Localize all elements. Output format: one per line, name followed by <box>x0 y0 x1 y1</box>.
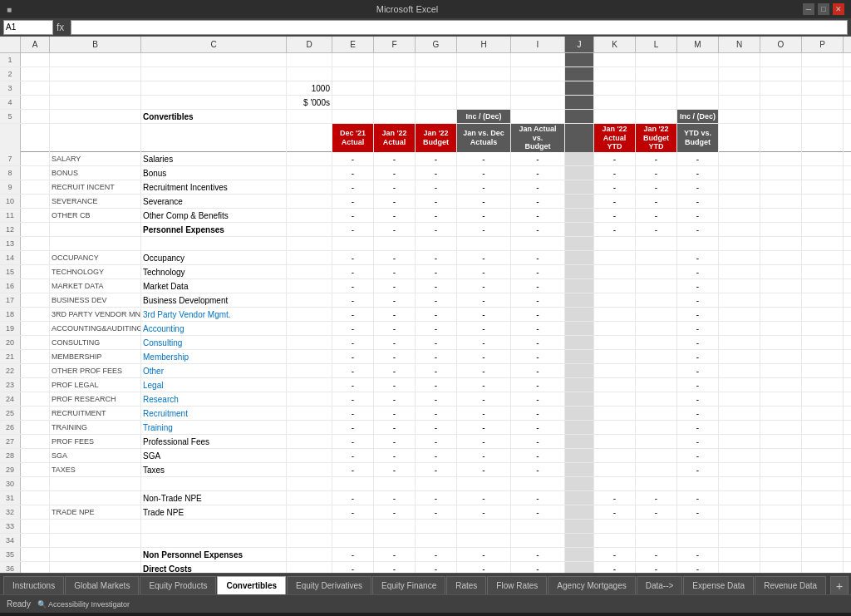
col-ytd-vs-budget: YTD vs. Budget <box>677 124 719 152</box>
col-header-D[interactable]: D <box>287 37 332 52</box>
tab-equity-products[interactable]: Equity Products <box>140 576 216 594</box>
col-jan22-budget-ytd: Jan '22 Budget YTD <box>636 124 677 152</box>
col-jan22-actual-ytd: Jan '22 Actual YTD <box>594 124 636 152</box>
cell-K1[interactable] <box>594 53 636 67</box>
col-jan22-actual: Jan '22 Actual <box>374 124 416 152</box>
minimize-button[interactable]: ─ <box>803 3 814 15</box>
cell-M1[interactable] <box>677 53 719 67</box>
trade-npe-label: Trade NPE <box>141 505 287 519</box>
cell-I1[interactable] <box>511 53 565 67</box>
table-row: 27 PROF FEES Professional Fees - - - - -… <box>0 435 851 449</box>
col-header-N[interactable]: N <box>719 37 760 52</box>
cell-N1[interactable] <box>719 53 760 67</box>
tab-equity-finance[interactable]: Equity Finance <box>372 576 445 594</box>
table-row: 7 SALARY Salaries - - - - - - - - <box>0 152 851 166</box>
col-header-P[interactable]: P <box>802 37 844 52</box>
tab-data[interactable]: Data--> <box>637 576 683 594</box>
table-row: 22 OTHER PROF FEES Other - - - - - - <box>0 364 851 378</box>
formula-bar-area: fx <box>0 18 851 37</box>
status-bar: Ready 🔍 Accessibility Investigator <box>0 594 851 613</box>
cell-D1[interactable] <box>287 53 332 67</box>
formula-bar[interactable] <box>71 20 848 35</box>
table-row: 36 Direct Costs - - - - - - - - <box>0 562 851 573</box>
cell-G1[interactable] <box>416 53 457 67</box>
tab-convertibles[interactable]: Convertibles <box>217 576 286 594</box>
table-row: 8 BONUS Bonus - - - - - - - - <box>0 166 851 180</box>
cell-H1[interactable] <box>457 53 511 67</box>
cell-P1[interactable] <box>802 53 844 67</box>
col-header-B[interactable]: B <box>50 37 141 52</box>
table-row: 21 MEMBERSHIP Membership - - - - - - <box>0 350 851 364</box>
table-row: 33 <box>0 520 851 534</box>
cell-F1[interactable] <box>374 53 416 67</box>
col-header-Q[interactable]: Q <box>844 37 851 52</box>
title-bar: ■ Microsoft Excel ─ □ ✕ <box>0 0 851 18</box>
cell-A1[interactable] <box>21 53 50 67</box>
title-bar-controls: ─ □ ✕ <box>803 3 844 15</box>
col-header-C[interactable]: C <box>141 37 287 52</box>
tab-expense-data[interactable]: Expense Data <box>683 576 754 594</box>
non-trade-npe-label: Non-Trade NPE <box>141 491 287 505</box>
close-button[interactable]: ✕ <box>833 3 844 15</box>
table-row: 12 Personnel Expenses - - - - - - - - <box>0 223 851 237</box>
ytd-inc-dec-header: Inc / (Dec) <box>677 110 719 123</box>
code-salary: SALARY <box>50 152 141 165</box>
tab-revenue-data[interactable]: Revenue Data <box>755 576 826 594</box>
formula-icon: fx <box>57 22 64 33</box>
table-row: 31 Non-Trade NPE - - - - - - - - <box>0 491 851 505</box>
col-header-K[interactable]: K <box>594 37 636 52</box>
status-ready: Ready <box>7 599 31 609</box>
table-row: 26 TRAINING Training - - - - - - <box>0 421 851 435</box>
col-header-I[interactable]: I <box>511 37 565 52</box>
cell-E1[interactable] <box>332 53 374 67</box>
cell-B1[interactable] <box>50 53 141 67</box>
cell-units[interactable]: 1000 <box>287 81 332 95</box>
header-row-category: 5 Convertibles Inc / (Dec) Inc / (Dec) <box>0 110 851 124</box>
table-row: 1 <box>0 53 851 67</box>
tab-agency-mortgages[interactable]: Agency Mortgages <box>548 576 635 594</box>
tab-global-markets[interactable]: Global Markets <box>65 576 139 594</box>
table-row: 10 SEVERANCE Severance - - - - - - - - <box>0 195 851 209</box>
cell-O1[interactable] <box>760 53 802 67</box>
non-personnel-expenses-label: Non Personnel Expenses <box>141 548 287 561</box>
tab-equity-derivatives[interactable]: Equity Derivatives <box>287 576 371 594</box>
table-row: 4 $ '000s <box>0 96 851 110</box>
cell-currency[interactable]: $ '000s <box>287 96 332 109</box>
col-header-A[interactable]: A <box>21 37 50 52</box>
table-row: 34 <box>0 534 851 548</box>
table-row: 13 <box>0 237 851 251</box>
col-header-J[interactable]: J <box>565 37 594 52</box>
tab-rates[interactable]: Rates <box>446 576 486 594</box>
cell-Q1[interactable] <box>844 53 851 67</box>
cell-reference-box[interactable] <box>3 20 53 35</box>
table-row: 29 TAXES Taxes - - - - - - <box>0 463 851 477</box>
sheet-tabs-bar: Instructions Global Markets Equity Produ… <box>0 573 851 594</box>
cell-C1[interactable] <box>141 53 287 67</box>
col-header-M[interactable]: M <box>677 37 719 52</box>
tab-instructions[interactable]: Instructions <box>3 576 64 594</box>
table-row: 16 MARKET DATA Market Data - - - - - - <box>0 279 851 293</box>
tab-flow-rates[interactable]: Flow Rates <box>487 576 547 594</box>
col-header-L[interactable]: L <box>636 37 677 52</box>
cell-J1[interactable] <box>565 53 594 67</box>
col-header-E[interactable]: E <box>332 37 374 52</box>
corner-header <box>0 37 21 52</box>
table-row: 15 TECHNOLOGY Technology - - - - - - <box>0 265 851 279</box>
col-header-G[interactable]: G <box>416 37 457 52</box>
add-sheet-button[interactable]: + <box>830 576 849 594</box>
table-row: 3 1000 <box>0 81 851 96</box>
direct-costs-label: Direct Costs <box>141 562 287 573</box>
col-jan-vs-budget: Jan Actual vs. Budget <box>511 124 565 152</box>
table-row: 24 PROF RESEARCH Research - - - - - - <box>0 392 851 407</box>
table-row: 9 RECRUIT INCENT Recruitment Incentives … <box>0 180 851 195</box>
col-header-O[interactable]: O <box>760 37 802 52</box>
cell-L1[interactable] <box>636 53 677 67</box>
table-row: 2 <box>0 67 851 81</box>
table-row: 17 BUSINESS DEV Business Development - -… <box>0 293 851 308</box>
table-row: 20 CONSULTING Consulting - - - - - - <box>0 336 851 350</box>
maximize-button[interactable]: □ <box>818 3 829 15</box>
col-jan-vs-dec: Jan vs. Dec Actuals <box>457 124 511 152</box>
col-dec21-actual: Dec '21 Actual <box>332 124 374 152</box>
col-header-H[interactable]: H <box>457 37 511 52</box>
col-header-F[interactable]: F <box>374 37 416 52</box>
